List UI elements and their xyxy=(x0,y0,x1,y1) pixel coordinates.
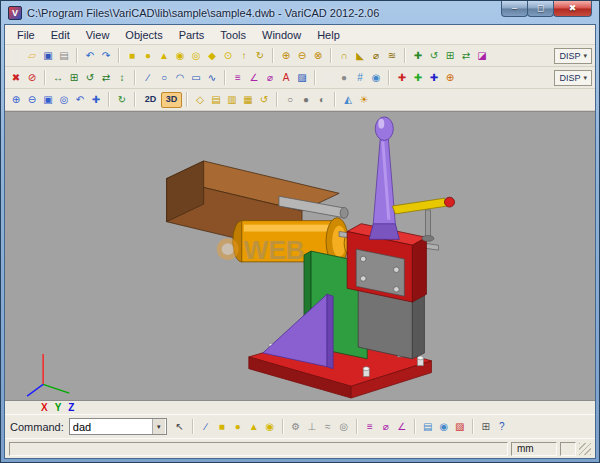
menu-item[interactable]: Help xyxy=(309,26,348,44)
visibility-icon[interactable]: ◉ xyxy=(436,419,452,435)
cylinder-solid-icon[interactable]: ● xyxy=(140,48,156,64)
shaded-mode-icon[interactable]: ● xyxy=(298,92,314,108)
hidden-line-mode-icon[interactable]: ◐ xyxy=(314,92,330,108)
isometric-view-icon[interactable]: ◇ xyxy=(192,92,208,108)
print-icon[interactable]: ▤ xyxy=(56,48,72,64)
angle-dimension-icon[interactable]: ∠ xyxy=(394,419,410,435)
scale-icon[interactable]: ↕ xyxy=(114,70,130,86)
mirror-solid-icon[interactable]: ⇄ xyxy=(458,48,474,64)
resize-grip[interactable] xyxy=(579,443,591,455)
spring-part-icon[interactable]: ≈ xyxy=(320,419,336,435)
pipe-solid-icon[interactable]: ⊙ xyxy=(220,48,236,64)
boolean-union-icon[interactable]: ⊕ xyxy=(278,48,294,64)
menu-item[interactable]: Edit xyxy=(43,26,78,44)
copy-icon[interactable]: ⊞ xyxy=(66,70,82,86)
sphere-solid-icon[interactable]: ◉ xyxy=(172,48,188,64)
wireframe-mode-icon[interactable]: ○ xyxy=(282,92,298,108)
new-file-icon[interactable]: ▯ xyxy=(8,48,24,64)
color-icon[interactable]: ▨ xyxy=(452,419,468,435)
circle-icon[interactable]: ○ xyxy=(156,70,172,86)
solid-cylinder-icon[interactable]: ● xyxy=(230,419,246,435)
coordinate-system-icon[interactable]: ⊕ xyxy=(442,70,458,86)
boolean-intersect-icon[interactable]: ⊗ xyxy=(310,48,326,64)
help-icon[interactable]: ? xyxy=(494,419,510,435)
bolt-part-icon[interactable]: ⊥ xyxy=(304,419,320,435)
undo-icon[interactable]: ↶ xyxy=(82,48,98,64)
shaded-sphere-icon[interactable]: ● xyxy=(336,70,352,86)
zoom-out-icon[interactable]: ⊖ xyxy=(24,92,40,108)
layers-icon[interactable]: ▤ xyxy=(420,419,436,435)
solid-box-icon[interactable]: ■ xyxy=(214,419,230,435)
move-solid-icon[interactable]: ✚ xyxy=(410,48,426,64)
linear-dimension-icon[interactable]: ≡ xyxy=(362,419,378,435)
front-view-icon[interactable]: ▤ xyxy=(208,92,224,108)
perspective-icon[interactable]: ◭ xyxy=(340,92,356,108)
rotate-solid-icon[interactable]: ↺ xyxy=(426,48,442,64)
radius-dimension-icon[interactable]: ⌀ xyxy=(262,70,278,86)
hole-icon[interactable]: ⌀ xyxy=(368,48,384,64)
right-view-icon[interactable]: ▦ xyxy=(240,92,256,108)
rectangle-icon[interactable]: ▭ xyxy=(188,70,204,86)
polyline-icon[interactable]: ∿ xyxy=(204,70,220,86)
boolean-subtract-icon[interactable]: ⊖ xyxy=(294,48,310,64)
menu-item[interactable]: View xyxy=(78,26,118,44)
x-axis-icon[interactable]: ✚ xyxy=(394,70,410,86)
menu-item[interactable]: Parts xyxy=(171,26,213,44)
command-history-dropdown[interactable]: ▾ xyxy=(152,419,165,434)
3d-viewport[interactable]: WEB xyxy=(5,111,595,401)
solid-cone-icon[interactable]: ▲ xyxy=(246,419,262,435)
sketch-icon[interactable]: ∕ xyxy=(198,419,214,435)
light-icon[interactable]: ☀ xyxy=(356,92,372,108)
radius-dimension-icon[interactable]: ⌀ xyxy=(378,419,394,435)
move-icon[interactable]: ↔ xyxy=(50,70,66,86)
menu-item[interactable]: File xyxy=(9,26,43,44)
extrude-icon[interactable]: ↑ xyxy=(236,48,252,64)
select-icon[interactable]: ↖ xyxy=(172,419,188,435)
y-axis-icon[interactable]: ✚ xyxy=(410,70,426,86)
section-icon[interactable]: ◪ xyxy=(474,48,490,64)
save-file-icon[interactable]: ▣ xyxy=(40,48,56,64)
arc-icon[interactable]: ◠ xyxy=(172,70,188,86)
box-solid-icon[interactable]: ■ xyxy=(124,48,140,64)
calculator-icon[interactable]: ⊞ xyxy=(478,419,494,435)
fillet-edge-icon[interactable]: ∩ xyxy=(336,48,352,64)
copy-solid-icon[interactable]: ⊞ xyxy=(442,48,458,64)
bearing-part-icon[interactable]: ◎ xyxy=(336,419,352,435)
prism-solid-icon[interactable]: ◆ xyxy=(204,48,220,64)
maximize-button[interactable]: ◻ xyxy=(527,1,554,17)
chamfer-edge-icon[interactable]: ◣ xyxy=(352,48,368,64)
wireframe-cube-icon[interactable]: ◻ xyxy=(320,70,336,86)
menu-item[interactable]: Tools xyxy=(212,26,254,44)
rotate-icon[interactable]: ↺ xyxy=(82,70,98,86)
menu-item[interactable]: Objects xyxy=(117,26,170,44)
mirror-icon[interactable]: ⇄ xyxy=(98,70,114,86)
z-axis-icon[interactable]: ✚ xyxy=(426,70,442,86)
zoom-previous-icon[interactable]: ↶ xyxy=(72,92,88,108)
redo-icon[interactable]: ↷ xyxy=(98,48,114,64)
rotate-view-icon[interactable]: ↺ xyxy=(256,92,272,108)
menu-item[interactable]: Window xyxy=(254,26,309,44)
thread-icon[interactable]: ≋ xyxy=(384,48,400,64)
top-view-icon[interactable]: ▥ xyxy=(224,92,240,108)
zoom-window-icon[interactable]: ▣ xyxy=(40,92,56,108)
dimension-icon[interactable]: ≡ xyxy=(230,70,246,86)
pan-icon[interactable]: ✚ xyxy=(88,92,104,108)
angle-dimension-icon[interactable]: ∠ xyxy=(246,70,262,86)
minimize-button[interactable]: – xyxy=(501,1,528,17)
line-icon[interactable]: ∕ xyxy=(140,70,156,86)
cone-solid-icon[interactable]: ▲ xyxy=(156,48,172,64)
hatch-icon[interactable]: ▨ xyxy=(294,70,310,86)
redraw-icon[interactable]: ↻ xyxy=(114,92,130,108)
mode-3d-button[interactable]: 3D xyxy=(161,92,182,108)
text-icon[interactable]: A xyxy=(278,70,294,86)
mode-2d-button[interactable]: 2D xyxy=(140,92,161,108)
zoom-all-icon[interactable]: ◎ xyxy=(56,92,72,108)
zoom-in-icon[interactable]: ⊕ xyxy=(8,92,24,108)
delete-icon[interactable]: ✖ xyxy=(8,70,24,86)
disp-dropdown-1[interactable]: DISP ▾ xyxy=(554,48,592,64)
solid-sphere-icon[interactable]: ◉ xyxy=(262,419,278,435)
open-file-icon[interactable]: ▱ xyxy=(24,48,40,64)
revolve-icon[interactable]: ↻ xyxy=(252,48,268,64)
snap-icon[interactable]: ◉ xyxy=(368,70,384,86)
close-button[interactable]: ✖ xyxy=(553,1,592,17)
